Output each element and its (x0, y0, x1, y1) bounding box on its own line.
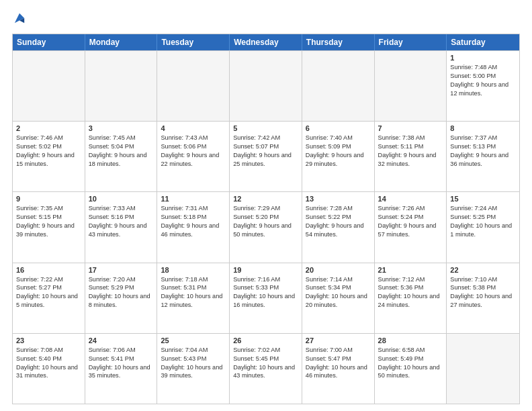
day-info: Sunrise: 7:02 AM Sunset: 5:45 PM Dayligh… (233, 346, 298, 381)
calendar-day-18: 18Sunrise: 7:18 AM Sunset: 5:31 PM Dayli… (157, 263, 230, 333)
day-number: 15 (450, 195, 516, 203)
calendar-empty-cell (85, 51, 158, 121)
day-number: 13 (306, 195, 371, 203)
day-number: 3 (89, 124, 154, 132)
day-info: Sunrise: 7:06 AM Sunset: 5:41 PM Dayligh… (89, 346, 154, 381)
day-number: 18 (161, 266, 226, 274)
day-info: Sunrise: 7:42 AM Sunset: 5:07 PM Dayligh… (233, 134, 298, 169)
day-header-wednesday: Wednesday (230, 34, 302, 50)
day-header-friday: Friday (375, 34, 447, 50)
day-header-monday: Monday (85, 34, 158, 50)
calendar-day-5: 5Sunrise: 7:42 AM Sunset: 5:07 PM Daylig… (230, 122, 302, 191)
calendar-day-1: 1Sunrise: 7:48 AM Sunset: 5:00 PM Daylig… (447, 51, 519, 121)
day-header-saturday: Saturday (447, 34, 519, 50)
day-info: Sunrise: 7:12 AM Sunset: 5:36 PM Dayligh… (378, 275, 443, 310)
day-header-tuesday: Tuesday (157, 34, 230, 50)
day-number: 9 (16, 195, 81, 203)
day-info: Sunrise: 7:22 AM Sunset: 5:27 PM Dayligh… (16, 275, 81, 310)
logo-icon (13, 12, 26, 24)
day-number: 12 (233, 195, 298, 203)
day-number: 27 (306, 336, 371, 345)
day-info: Sunrise: 7:48 AM Sunset: 5:00 PM Dayligh… (450, 63, 516, 98)
day-header-sunday: Sunday (13, 34, 85, 50)
calendar-empty-cell (230, 51, 302, 121)
day-info: Sunrise: 7:33 AM Sunset: 5:16 PM Dayligh… (89, 204, 154, 239)
calendar-day-27: 27Sunrise: 7:00 AM Sunset: 5:47 PM Dayli… (302, 334, 375, 404)
calendar-day-16: 16Sunrise: 7:22 AM Sunset: 5:27 PM Dayli… (13, 263, 85, 333)
day-info: Sunrise: 7:29 AM Sunset: 5:20 PM Dayligh… (233, 204, 298, 239)
calendar-header: SundayMondayTuesdayWednesdayThursdayFrid… (13, 34, 519, 50)
day-info: Sunrise: 7:10 AM Sunset: 5:38 PM Dayligh… (450, 275, 516, 310)
day-info: Sunrise: 7:08 AM Sunset: 5:40 PM Dayligh… (16, 346, 81, 381)
day-number: 24 (89, 336, 154, 345)
calendar-day-8: 8Sunrise: 7:37 AM Sunset: 5:13 PM Daylig… (447, 122, 519, 191)
calendar-day-26: 26Sunrise: 7:02 AM Sunset: 5:45 PM Dayli… (230, 334, 302, 404)
day-number: 22 (450, 266, 516, 274)
day-number: 20 (306, 266, 371, 274)
day-number: 16 (16, 266, 81, 274)
calendar-empty-cell (13, 51, 85, 121)
day-number: 14 (378, 195, 443, 203)
calendar: SundayMondayTuesdayWednesdayThursdayFrid… (12, 34, 520, 404)
calendar-day-9: 9Sunrise: 7:35 AM Sunset: 5:15 PM Daylig… (13, 192, 85, 262)
day-number: 25 (161, 336, 226, 345)
calendar-day-19: 19Sunrise: 7:16 AM Sunset: 5:33 PM Dayli… (230, 263, 302, 333)
calendar-day-24: 24Sunrise: 7:06 AM Sunset: 5:41 PM Dayli… (85, 334, 158, 404)
day-number: 28 (378, 336, 443, 345)
calendar-empty-cell (375, 51, 447, 121)
day-info: Sunrise: 7:04 AM Sunset: 5:43 PM Dayligh… (161, 346, 226, 381)
calendar-day-13: 13Sunrise: 7:28 AM Sunset: 5:22 PM Dayli… (302, 192, 375, 262)
calendar-row-3: 9Sunrise: 7:35 AM Sunset: 5:15 PM Daylig… (13, 191, 519, 262)
day-number: 17 (89, 266, 154, 274)
day-info: Sunrise: 7:38 AM Sunset: 5:11 PM Dayligh… (378, 134, 443, 169)
day-header-thursday: Thursday (302, 34, 375, 50)
day-number: 7 (378, 124, 443, 132)
calendar-row-2: 2Sunrise: 7:46 AM Sunset: 5:02 PM Daylig… (13, 121, 519, 191)
day-number: 8 (450, 124, 516, 132)
day-number: 1 (450, 54, 516, 62)
day-info: Sunrise: 7:31 AM Sunset: 5:18 PM Dayligh… (161, 204, 226, 239)
calendar-day-14: 14Sunrise: 7:26 AM Sunset: 5:24 PM Dayli… (375, 192, 447, 262)
day-number: 10 (89, 195, 154, 203)
day-info: Sunrise: 7:14 AM Sunset: 5:34 PM Dayligh… (306, 275, 371, 310)
day-info: Sunrise: 7:43 AM Sunset: 5:06 PM Dayligh… (161, 134, 226, 169)
day-info: Sunrise: 7:16 AM Sunset: 5:33 PM Dayligh… (233, 275, 298, 310)
calendar-row-1: 1Sunrise: 7:48 AM Sunset: 5:00 PM Daylig… (13, 50, 519, 121)
day-number: 19 (233, 266, 298, 274)
day-info: Sunrise: 7:00 AM Sunset: 5:47 PM Dayligh… (306, 346, 371, 381)
calendar-day-25: 25Sunrise: 7:04 AM Sunset: 5:43 PM Dayli… (157, 334, 230, 404)
day-number: 23 (16, 336, 81, 345)
calendar-day-4: 4Sunrise: 7:43 AM Sunset: 5:06 PM Daylig… (157, 122, 230, 191)
day-number: 5 (233, 124, 298, 132)
day-number: 6 (306, 124, 371, 132)
day-number: 2 (16, 124, 81, 132)
calendar-body: 1Sunrise: 7:48 AM Sunset: 5:00 PM Daylig… (13, 50, 519, 404)
day-info: Sunrise: 6:58 AM Sunset: 5:49 PM Dayligh… (378, 346, 443, 381)
day-info: Sunrise: 7:24 AM Sunset: 5:25 PM Dayligh… (450, 204, 516, 239)
calendar-day-11: 11Sunrise: 7:31 AM Sunset: 5:18 PM Dayli… (157, 192, 230, 262)
calendar-row-5: 23Sunrise: 7:08 AM Sunset: 5:40 PM Dayli… (13, 333, 519, 404)
calendar-row-4: 16Sunrise: 7:22 AM Sunset: 5:27 PM Dayli… (13, 263, 519, 333)
calendar-day-10: 10Sunrise: 7:33 AM Sunset: 5:16 PM Dayli… (85, 192, 158, 262)
day-number: 21 (378, 266, 443, 274)
day-info: Sunrise: 7:26 AM Sunset: 5:24 PM Dayligh… (378, 204, 443, 239)
calendar-day-3: 3Sunrise: 7:45 AM Sunset: 5:04 PM Daylig… (85, 122, 158, 191)
day-info: Sunrise: 7:18 AM Sunset: 5:31 PM Dayligh… (161, 275, 226, 310)
calendar-day-22: 22Sunrise: 7:10 AM Sunset: 5:38 PM Dayli… (447, 263, 519, 333)
calendar-day-15: 15Sunrise: 7:24 AM Sunset: 5:25 PM Dayli… (447, 192, 519, 262)
day-number: 26 (233, 336, 298, 345)
day-info: Sunrise: 7:46 AM Sunset: 5:02 PM Dayligh… (16, 134, 81, 169)
calendar-day-23: 23Sunrise: 7:08 AM Sunset: 5:40 PM Dayli… (13, 334, 85, 404)
day-info: Sunrise: 7:35 AM Sunset: 5:15 PM Dayligh… (16, 204, 81, 239)
day-number: 4 (161, 124, 226, 132)
day-info: Sunrise: 7:40 AM Sunset: 5:09 PM Dayligh… (306, 134, 371, 169)
page: SundayMondayTuesdayWednesdayThursdayFrid… (0, 0, 532, 411)
header (12, 12, 520, 27)
calendar-day-28: 28Sunrise: 6:58 AM Sunset: 5:49 PM Dayli… (375, 334, 447, 404)
calendar-day-21: 21Sunrise: 7:12 AM Sunset: 5:36 PM Dayli… (375, 263, 447, 333)
calendar-empty-cell (157, 51, 230, 121)
calendar-day-17: 17Sunrise: 7:20 AM Sunset: 5:29 PM Dayli… (85, 263, 158, 333)
logo (12, 12, 26, 27)
day-info: Sunrise: 7:20 AM Sunset: 5:29 PM Dayligh… (89, 275, 154, 310)
calendar-day-20: 20Sunrise: 7:14 AM Sunset: 5:34 PM Dayli… (302, 263, 375, 333)
